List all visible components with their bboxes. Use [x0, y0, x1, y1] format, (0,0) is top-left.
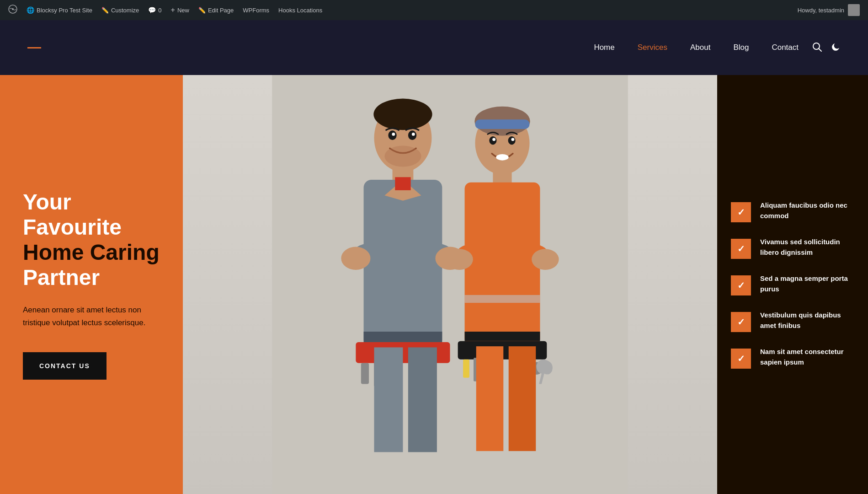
nav-home[interactable]: Home	[594, 43, 614, 52]
svg-rect-39	[463, 360, 469, 378]
svg-rect-44	[476, 346, 504, 451]
site-favicon-icon: 🌐	[27, 6, 34, 14]
search-icon	[812, 42, 822, 52]
edit-icon: ✏️	[198, 7, 206, 14]
wp-logo-button[interactable]	[4, 0, 22, 20]
hooks-locations-button[interactable]: Hooks Locations	[274, 0, 327, 20]
checklist-text-4: Vestibulum quis dapibus amet finibus	[760, 310, 854, 331]
svg-point-1	[12, 8, 14, 10]
edit-page-label: Edit Page	[208, 7, 234, 14]
checklist-item-2: ✓ Vivamus sed sollicitudin libero dignis…	[731, 237, 854, 259]
hero-heading: Your Favourite Home Caring Partner	[23, 189, 160, 290]
moon-icon	[831, 42, 841, 52]
checklist-item-5: ✓ Nam sit amet consectetur sapien ipsum	[731, 347, 854, 369]
svg-rect-15	[364, 332, 442, 342]
hero-right-panel: ✓ Aliquam faucibus odio nec commod ✓ Viv…	[717, 75, 868, 494]
site-header: Home Services About Blog Contact	[0, 20, 868, 75]
svg-point-49	[511, 138, 514, 141]
svg-point-6	[373, 99, 432, 130]
checklist-item-3: ✓ Sed a magna semper porta purus	[731, 274, 854, 295]
svg-point-36	[532, 249, 559, 270]
svg-rect-29	[475, 119, 529, 129]
svg-rect-32	[465, 295, 540, 303]
hero-image-panel	[183, 75, 717, 494]
customize-label: Customize	[111, 7, 139, 14]
new-label: New	[177, 7, 189, 14]
svg-point-13	[341, 247, 370, 270]
checklist-text-5: Nam sit amet consectetur sapien ipsum	[760, 347, 854, 367]
check-icon-5: ✓	[737, 353, 745, 364]
hooks-label: Hooks Locations	[278, 7, 322, 14]
svg-rect-20	[374, 347, 403, 452]
nav-services[interactable]: Services	[638, 43, 667, 52]
admin-user-section: Howdy, testadmin	[798, 4, 864, 16]
howdy-label: Howdy, testadmin	[798, 7, 844, 14]
search-button[interactable]	[812, 42, 822, 54]
plus-icon: +	[171, 6, 175, 14]
nav-contact[interactable]: Contact	[772, 43, 799, 52]
contact-us-button[interactable]: CONTACT US	[23, 352, 107, 380]
check-box-4: ✓	[731, 312, 751, 332]
wpforms-label: WPForms	[243, 7, 269, 14]
heading-line4: Partner	[23, 265, 100, 290]
checklist-text-1: Aliquam faucibus odio nec commod	[760, 200, 854, 221]
svg-point-24	[392, 133, 395, 136]
svg-point-35	[446, 249, 473, 270]
workers-image	[183, 75, 717, 494]
customize-button[interactable]: ✏️ Customize	[97, 0, 144, 20]
nav-blog[interactable]: Blog	[733, 43, 749, 52]
comments-count: 0	[158, 7, 161, 14]
checklist-item-1: ✓ Aliquam faucibus odio nec commod	[731, 200, 854, 222]
svg-rect-21	[408, 347, 437, 452]
check-icon-3: ✓	[737, 280, 745, 291]
svg-rect-8	[364, 180, 442, 347]
svg-point-48	[492, 138, 495, 141]
hero-subtext: Aenean ornare sit amet lectus non tristi…	[23, 304, 160, 329]
heading-line3: Home Caring	[23, 240, 160, 264]
customize-icon: ✏️	[101, 7, 109, 14]
check-box-1: ✓	[731, 202, 751, 222]
header-icons	[812, 42, 841, 54]
checklist-text-2: Vivamus sed sollicitudin libero dignissi…	[760, 237, 854, 258]
site-name-link[interactable]: 🌐 Blocksy Pro Test Site	[22, 0, 97, 20]
svg-point-50	[496, 154, 508, 161]
workers-svg	[183, 75, 717, 494]
check-icon-2: ✓	[737, 243, 745, 254]
nav-about[interactable]: About	[690, 43, 710, 52]
svg-rect-31	[465, 183, 540, 345]
checklist-item-4: ✓ Vestibulum quis dapibus amet finibus	[731, 310, 854, 332]
svg-rect-37	[465, 332, 540, 341]
hero-left-panel: Your Favourite Home Caring Partner Aenea…	[0, 75, 183, 494]
wordpress-icon	[8, 5, 17, 16]
check-box-5: ✓	[731, 349, 751, 369]
site-name-label: Blocksy Pro Test Site	[37, 7, 92, 14]
svg-rect-45	[509, 346, 536, 451]
svg-point-26	[384, 146, 421, 167]
check-box-3: ✓	[731, 275, 751, 295]
admin-avatar[interactable]	[848, 4, 860, 16]
check-icon-4: ✓	[737, 317, 745, 328]
heading-line1: Your	[23, 190, 71, 214]
checklist-text-3: Sed a magna semper porta purus	[760, 274, 854, 294]
svg-rect-10	[395, 177, 410, 190]
logo-dash	[27, 47, 41, 48]
admin-bar: 🌐 Blocksy Pro Test Site ✏️ Customize 💬 0…	[0, 0, 868, 20]
check-icon-1: ✓	[737, 207, 745, 218]
comments-button[interactable]: 💬 0	[144, 0, 166, 20]
svg-rect-17	[361, 363, 369, 384]
main-nav: Home Services About Blog Contact	[594, 43, 799, 52]
svg-point-25	[412, 133, 415, 136]
wpforms-button[interactable]: WPForms	[238, 0, 274, 20]
new-content-button[interactable]: + New	[166, 0, 194, 20]
edit-page-button[interactable]: ✏️ Edit Page	[194, 0, 238, 20]
svg-rect-4	[272, 75, 628, 494]
comments-icon: 💬	[148, 6, 156, 14]
heading-line2: Favourite	[23, 215, 122, 239]
hero-section: Your Favourite Home Caring Partner Aenea…	[0, 75, 868, 494]
svg-line-3	[819, 48, 822, 51]
dark-mode-button[interactable]	[831, 42, 841, 54]
check-box-2: ✓	[731, 239, 751, 259]
